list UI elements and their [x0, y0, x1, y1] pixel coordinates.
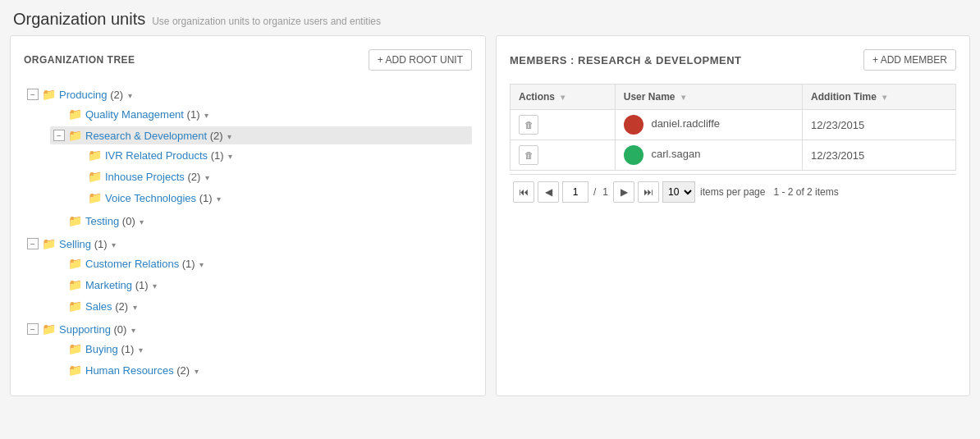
- add-root-unit-button[interactable]: + ADD ROOT UNIT: [369, 49, 472, 71]
- left-panel: ORGANIZATION TREE + ADD ROOT UNIT − 📁 Pr…: [10, 35, 486, 396]
- folder-icon-cr: 📁: [68, 257, 82, 270]
- toggle-producing[interactable]: −: [27, 89, 39, 100]
- toggle-placeholder-cr: [53, 258, 65, 269]
- tree-item-supporting: − 📁 Supporting (0) ▾ 📁 Buyi: [24, 318, 472, 382]
- toggle-supporting[interactable]: −: [27, 323, 39, 335]
- tree-link-buying[interactable]: Buying: [85, 343, 118, 355]
- tree-item-buying: 📁 Buying (1) ▾: [50, 338, 472, 359]
- tree-item-customer-relations: 📁 Customer Relations (1) ▾: [50, 253, 472, 274]
- tree-label-hr: Human Resources (2) ▾: [85, 364, 199, 377]
- username-1: daniel.radcliffe: [651, 117, 720, 130]
- folder-icon-marketing: 📁: [68, 278, 82, 291]
- delete-button-2[interactable]: 🗑: [519, 145, 538, 165]
- toggle-placeholder-sales: [53, 300, 65, 312]
- tree-item-producing: − 📁 Producing (2) ▾ 📁 Quali: [24, 84, 472, 233]
- tree-link-selling[interactable]: Selling: [59, 238, 91, 250]
- folder-icon-inhouse: 📁: [88, 170, 102, 183]
- sort-icon-additiontime[interactable]: ▾: [882, 93, 886, 102]
- tree-row-producing[interactable]: − 📁 Producing (2) ▾: [24, 85, 472, 103]
- tree-label-sales: Sales (2) ▾: [85, 300, 137, 313]
- tree-label-inhouse: Inhouse Projects (2) ▾: [105, 171, 209, 183]
- first-page-button[interactable]: ⏮: [513, 181, 534, 203]
- tree-link-qm[interactable]: Quality Management: [85, 108, 184, 121]
- col-label-actions: Actions: [519, 91, 555, 103]
- page-separator: /: [592, 186, 598, 198]
- tree-link-inhouse[interactable]: Inhouse Projects: [105, 171, 185, 183]
- toggle-placeholder-buying: [53, 343, 65, 354]
- add-member-button[interactable]: + ADD MEMBER: [863, 49, 956, 71]
- tree-link-sales[interactable]: Sales: [85, 300, 112, 313]
- right-panel: MEMBERS : RESEARCH & DEVELOPMENT + ADD M…: [496, 35, 970, 396]
- tree-item-human-resources: 📁 Human Resources (2) ▾: [50, 359, 472, 381]
- folder-icon-voice: 📁: [88, 191, 102, 204]
- username-2: carl.sagan: [651, 148, 700, 160]
- tree-row-voice[interactable]: 📁 Voice Technologies (1) ▾: [70, 189, 472, 207]
- folder-icon-ivr: 📁: [88, 149, 102, 162]
- tree-row-buying[interactable]: 📁 Buying (1) ▾: [50, 340, 472, 358]
- tree-link-ivr[interactable]: IVR Related Products: [105, 149, 208, 162]
- sub-tree-producing: 📁 Quality Management (1) ▾ − 📁: [50, 103, 472, 231]
- members-table: Actions ▾ User Name ▾ Addition Time ▾: [510, 84, 956, 171]
- sort-icon-actions[interactable]: ▾: [561, 93, 565, 102]
- folder-icon-sales: 📁: [68, 300, 82, 313]
- username-cell-2: carl.sagan: [615, 140, 802, 171]
- pagination-bar: ⏮ ◀ / 1 ▶ ⏭ 10 25 50 items per page 1 - …: [510, 174, 956, 209]
- tree-label-selling: Selling (1) ▾: [59, 238, 116, 250]
- next-page-button[interactable]: ▶: [613, 181, 634, 203]
- prev-page-button[interactable]: ◀: [538, 181, 559, 203]
- tree-link-hr[interactable]: Human Resources: [85, 364, 174, 377]
- col-label-additiontime: Addition Time: [811, 91, 877, 103]
- tree-item-marketing: 📁 Marketing (1) ▾: [50, 274, 472, 295]
- tree-link-marketing[interactable]: Marketing: [85, 279, 132, 291]
- org-tree-title: ORGANIZATION TREE: [24, 54, 135, 66]
- sub-tree-supporting: 📁 Buying (1) ▾ 📁: [50, 338, 472, 381]
- tree-row-customer-relations[interactable]: 📁 Customer Relations (1) ▾: [50, 254, 472, 272]
- tree-row-ivr[interactable]: 📁 IVR Related Products (1) ▾: [70, 146, 472, 164]
- additiontime-2: 12/23/2015: [811, 149, 864, 162]
- toggle-placeholder-testing: [53, 215, 65, 226]
- tree-row-marketing[interactable]: 📁 Marketing (1) ▾: [50, 276, 472, 294]
- additiontime-1: 12/23/2015: [811, 119, 864, 131]
- toggle-placeholder-marketing: [53, 279, 65, 290]
- last-page-button[interactable]: ⏭: [638, 181, 659, 203]
- folder-icon-producing: 📁: [42, 88, 56, 101]
- tree-row-sales[interactable]: 📁 Sales (2) ▾: [50, 297, 472, 315]
- delete-button-1[interactable]: 🗑: [519, 115, 538, 135]
- tree-link-supporting[interactable]: Supporting: [59, 323, 111, 336]
- tree-row-human-resources[interactable]: 📁 Human Resources (2) ▾: [50, 361, 472, 379]
- tree-link-cr[interactable]: Customer Relations: [85, 258, 179, 270]
- tree-label-supporting: Supporting (0) ▾: [59, 323, 135, 336]
- tree-link-rd[interactable]: Research & Development: [85, 130, 207, 142]
- tree-link-testing[interactable]: Testing: [85, 215, 119, 227]
- tree-item-ivr: 📁 IVR Related Products (1) ▾: [70, 144, 472, 166]
- tree-row-supporting[interactable]: − 📁 Supporting (0) ▾: [24, 320, 472, 338]
- avatar-2: [624, 145, 643, 165]
- toggle-placeholder-voice: [73, 192, 85, 203]
- sort-icon-username[interactable]: ▾: [681, 93, 685, 102]
- tree-row-selling[interactable]: − 📁 Selling (1) ▾: [24, 235, 472, 253]
- folder-icon-buying: 📁: [68, 342, 82, 355]
- sub-tree-rd: 📁 IVR Related Products (1) ▾: [70, 144, 472, 208]
- additiontime-cell-1: 12/23/2015: [803, 110, 956, 140]
- tree-label-testing: Testing (0) ▾: [85, 215, 144, 227]
- additiontime-cell-2: 12/23/2015: [803, 140, 956, 171]
- table-header-row: Actions ▾ User Name ▾ Addition Time ▾: [511, 85, 956, 110]
- members-title: MEMBERS : RESEARCH & DEVELOPMENT: [510, 54, 742, 66]
- col-label-username: User Name: [624, 91, 675, 103]
- tree-label-qm: Quality Management (1) ▾: [85, 108, 208, 121]
- tree-label-ivr: IVR Related Products (1) ▾: [105, 149, 232, 162]
- current-page-input[interactable]: [562, 181, 588, 203]
- folder-icon-qm: 📁: [68, 107, 82, 121]
- toggle-selling[interactable]: −: [27, 238, 39, 249]
- tree-link-producing[interactable]: Producing: [59, 89, 108, 101]
- tree-row-quality-management[interactable]: 📁 Quality Management (1) ▾: [50, 105, 472, 123]
- per-page-select[interactable]: 10 25 50: [662, 181, 695, 203]
- toggle-rd[interactable]: −: [53, 130, 65, 141]
- tree-row-rd[interactable]: − 📁 Research & Development (2) ▾: [50, 126, 472, 144]
- tree-row-testing[interactable]: 📁 Testing (0) ▾: [50, 212, 472, 230]
- actions-cell-1: 🗑: [511, 110, 616, 140]
- pagination-info: 1 - 2 of 2 items: [773, 186, 838, 198]
- tree-row-inhouse[interactable]: 📁 Inhouse Projects (2) ▾: [70, 167, 472, 185]
- tree-link-voice[interactable]: Voice Technologies: [105, 192, 196, 204]
- table-row: 🗑 carl.sagan 12/23/2015: [511, 140, 956, 171]
